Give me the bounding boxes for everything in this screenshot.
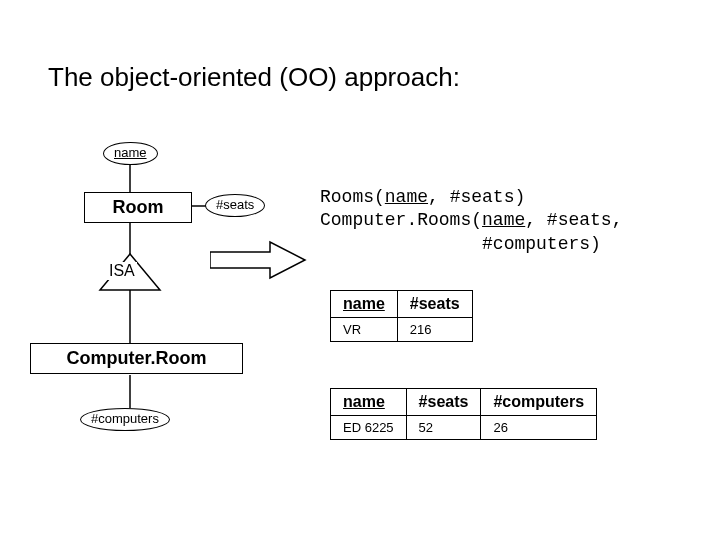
attr-name-oval: name (103, 142, 158, 165)
isa-label: ISA (107, 262, 137, 280)
table-row: VR 216 (331, 318, 473, 342)
attr-seats-oval: #seats (205, 194, 265, 217)
t1-h0: name (343, 295, 385, 312)
relational-schema-text: Rooms(name, #seats) Computer.Rooms(name,… (320, 186, 622, 256)
room-entity-box: Room (84, 192, 192, 223)
t2-h1: #seats (406, 389, 481, 416)
t1-h1: #seats (397, 291, 472, 318)
arrow-icon (210, 240, 310, 280)
attr-computers-oval: #computers (80, 408, 170, 431)
computer-rooms-table: name #seats #computers ED 6225 52 26 (330, 388, 597, 440)
rooms-table: name #seats VR 216 (330, 290, 473, 342)
page-title: The object-oriented (OO) approach: (48, 62, 460, 93)
t2-h2: #computers (481, 389, 597, 416)
t2-h0: name (343, 393, 385, 410)
computer-room-entity-box: Computer.Room (30, 343, 243, 374)
svg-marker-6 (210, 242, 305, 278)
attr-name-label: name (114, 145, 147, 160)
table-row: ED 6225 52 26 (331, 416, 597, 440)
